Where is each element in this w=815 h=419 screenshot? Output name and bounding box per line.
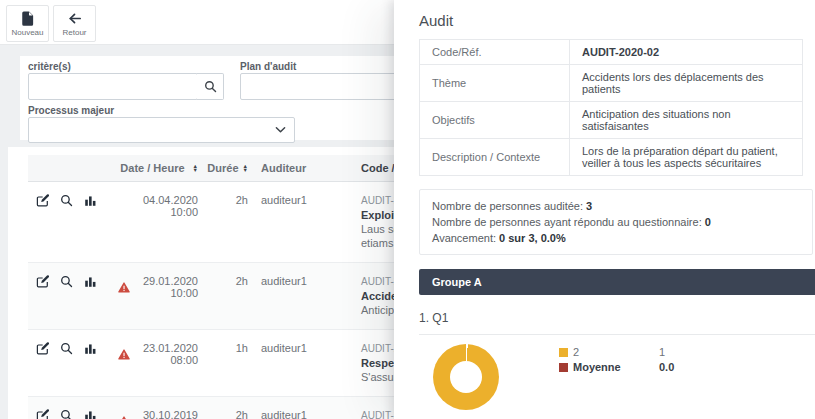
detail-row: Code/Réf. AUDIT-2020-02 — [420, 40, 803, 65]
new-file-icon — [20, 11, 35, 26]
donut-chart — [433, 344, 499, 410]
column-header-date[interactable]: Date / Heure ▲▼ — [118, 162, 198, 174]
new-button-label: Nouveau — [11, 28, 43, 37]
summary-line: Nombre de personnes auditée: 3 — [432, 198, 800, 214]
group-header-bar[interactable]: Groupe A — [419, 269, 815, 295]
process-select[interactable] — [28, 117, 295, 143]
detail-row: Thème Accidents lors des déplacements de… — [420, 65, 803, 102]
chevron-down-icon — [275, 126, 286, 134]
view-icon[interactable] — [60, 342, 73, 355]
back-arrow-icon — [67, 11, 83, 26]
legend-swatch — [559, 348, 568, 357]
criteria-search-button[interactable] — [197, 73, 224, 100]
process-label: Processus majeur — [28, 105, 114, 116]
edit-icon[interactable] — [36, 194, 49, 207]
back-button[interactable]: Retour — [53, 5, 96, 42]
question-title: 1. Q1 — [419, 311, 815, 335]
column-header-auditor[interactable]: Auditeur — [248, 162, 343, 174]
warning-icon — [118, 416, 130, 419]
detail-row: Description / Contexte Lors de la prépar… — [420, 139, 803, 176]
summary-line: Nombre de personnes ayant répondu au que… — [432, 214, 800, 230]
edit-icon[interactable] — [36, 342, 49, 355]
chart-icon[interactable] — [84, 342, 97, 355]
legend-item: 2 1 — [559, 346, 674, 358]
chart-icon[interactable] — [84, 194, 97, 207]
chart-icon[interactable] — [84, 409, 97, 419]
view-icon[interactable] — [60, 275, 73, 288]
chart-icon[interactable] — [84, 275, 97, 288]
question-chart-row: 2 1 Moyenne 0.0 — [419, 344, 815, 410]
criteria-input[interactable] — [28, 73, 198, 100]
criteria-label: critère(s) — [28, 61, 71, 72]
legend-swatch — [559, 363, 568, 372]
warning-icon — [118, 349, 130, 360]
audit-details-table: Code/Réf. AUDIT-2020-02 Thème Accidents … — [419, 39, 803, 176]
audit-detail-panel: Audit Code/Réf. AUDIT-2020-02 Thème Acci… — [394, 0, 815, 419]
panel-title: Audit — [419, 12, 815, 29]
column-header-duration[interactable]: Durée ▲▼ — [198, 162, 248, 174]
edit-icon[interactable] — [36, 275, 49, 288]
search-icon — [204, 80, 217, 93]
view-icon[interactable] — [60, 194, 73, 207]
edit-icon[interactable] — [36, 409, 49, 419]
legend-item: Moyenne 0.0 — [559, 361, 674, 373]
back-button-label: Retour — [62, 28, 86, 37]
new-button[interactable]: Nouveau — [6, 5, 49, 42]
view-icon[interactable] — [60, 409, 73, 419]
plan-label: Plan d'audit — [240, 61, 296, 72]
chart-legend: 2 1 Moyenne 0.0 — [559, 346, 674, 410]
audit-summary-box: Nombre de personnes auditée: 3 Nombre de… — [419, 189, 813, 255]
detail-row: Objectifs Anticipation des situations no… — [420, 102, 803, 139]
warning-icon — [118, 282, 130, 293]
summary-line: Avancement: 0 sur 3, 0.0% — [432, 230, 800, 246]
